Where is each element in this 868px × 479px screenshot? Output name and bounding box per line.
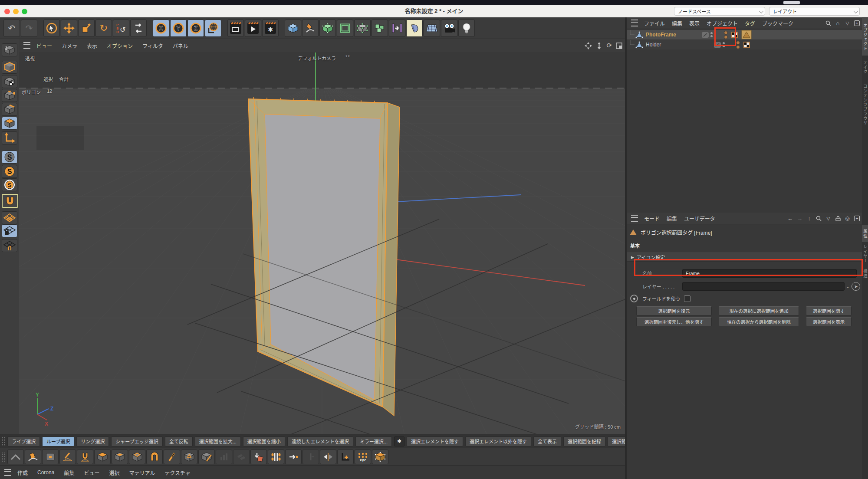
- redo-icon[interactable]: ↷: [21, 20, 37, 37]
- magnifier-icon[interactable]: [815, 215, 822, 222]
- command-選択範囲を縮小[interactable]: 選択範囲を縮小: [243, 436, 285, 446]
- viewport-menu-カメラ[interactable]: カメラ: [62, 42, 77, 49]
- lock-icon[interactable]: [835, 215, 841, 222]
- nodespace-dropdown[interactable]: ノードスペース: [674, 7, 765, 16]
- psr-icon[interactable]: PSR↺: [113, 20, 129, 37]
- volume-icon[interactable]: [372, 20, 388, 37]
- side-cut-icon[interactable]: [198, 449, 215, 464]
- undo-icon[interactable]: ↶: [3, 20, 20, 37]
- object-name[interactable]: PhotoFrame: [646, 32, 676, 38]
- floor-icon[interactable]: [424, 20, 440, 37]
- arrow-square-icon[interactable]: [250, 449, 267, 464]
- cone-poly-icon[interactable]: [181, 449, 197, 464]
- filter-icon[interactable]: ▽: [825, 215, 832, 222]
- selection-button-選択範囲を復元し、他を隠す[interactable]: 選択範囲を復元し、他を隠す: [636, 317, 712, 326]
- dolly-icon[interactable]: [596, 42, 602, 49]
- globe-icon[interactable]: [205, 20, 221, 37]
- viewport-canvas[interactable]: YZX 透視 選択 合計 ポリゴン 12 デフォルトカメラ °° グリッド間隔 …: [19, 52, 625, 434]
- command-選択範囲を拡大...[interactable]: 選択範囲を拡大...: [195, 436, 241, 446]
- layer-picker-icon[interactable]: ➤: [852, 282, 860, 291]
- render-dots-icon[interactable]: [736, 40, 740, 49]
- render-settings-icon[interactable]: ✱: [262, 20, 279, 37]
- swap-icon[interactable]: [130, 20, 147, 37]
- bottom-menu-編集[interactable]: 編集: [64, 469, 74, 476]
- polygon-mode-icon[interactable]: [2, 117, 17, 130]
- drag-handle[interactable]: [2, 436, 5, 446]
- cage-deform-icon[interactable]: [354, 20, 371, 37]
- planes-gray-icon[interactable]: [233, 449, 250, 464]
- workplane-rotate-icon[interactable]: (): [2, 239, 17, 252]
- maximize-icon[interactable]: [616, 43, 622, 49]
- right-tab-レイヤー[interactable]: レイヤー: [862, 244, 868, 264]
- extrude-icon[interactable]: [94, 449, 111, 464]
- command-選択エレメントを隠す[interactable]: 選択エレメントを隠す: [407, 436, 463, 446]
- extrude-inner-icon[interactable]: [112, 449, 128, 464]
- viewport-menu-オプション[interactable]: オプション: [107, 42, 133, 49]
- viewport-menu-パネル[interactable]: パネル: [173, 42, 188, 49]
- split-icon[interactable]: [268, 449, 284, 464]
- pan-icon[interactable]: [585, 42, 592, 49]
- mograph-icon[interactable]: [389, 20, 405, 37]
- bridge-icon[interactable]: [146, 449, 163, 464]
- rotate-icon[interactable]: ↻: [95, 20, 112, 37]
- subdiv-icon[interactable]: [319, 20, 336, 37]
- fields-radio-icon[interactable]: [630, 295, 638, 302]
- attribute-manager-menu-ユーザデータ[interactable]: ユーザデータ: [684, 215, 715, 222]
- extrude-obj-icon[interactable]: [337, 20, 353, 37]
- xyz-points-icon[interactable]: xyz: [355, 449, 371, 464]
- object-manager-menu-icon[interactable]: [631, 20, 638, 26]
- command-ループ選択[interactable]: ループ選択: [42, 436, 74, 446]
- arrow-up-icon[interactable]: ↑: [806, 215, 812, 222]
- object-manager-menu-タグ[interactable]: タグ: [745, 20, 755, 27]
- right-tab-構造[interactable]: 構造: [862, 266, 868, 281]
- bottom-menu-Corona[interactable]: Corona: [37, 469, 54, 476]
- camera-icon[interactable]: [441, 20, 457, 37]
- command-選択範囲を記録[interactable]: 選択範囲を記録: [563, 436, 605, 446]
- viewport-menu-icon[interactable]: [23, 42, 30, 49]
- axis-x-icon[interactable]: X: [153, 20, 169, 37]
- move-icon[interactable]: [61, 20, 77, 37]
- minimize-window-button[interactable]: [13, 9, 19, 14]
- arrow-left-icon[interactable]: ←: [787, 215, 793, 222]
- right-tab-テイク[interactable]: テイク: [862, 57, 868, 77]
- drag-handle[interactable]: [2, 452, 5, 462]
- polygon-selection-tag-icon[interactable]: [741, 30, 752, 39]
- command-選択エレメント以外を隠す[interactable]: 選択エレメント以外を隠す: [465, 436, 531, 446]
- axis-y-icon[interactable]: Y: [170, 20, 187, 37]
- model-mode-icon[interactable]: [2, 61, 17, 74]
- object-manager-menu-ブックマーク[interactable]: ブックマーク: [762, 20, 793, 27]
- make-editable-icon[interactable]: [2, 43, 17, 56]
- use-fields-checkbox[interactable]: [684, 295, 690, 302]
- object-row-Holder[interactable]: Holder: [627, 40, 862, 49]
- cage-icon[interactable]: [372, 449, 388, 464]
- visibility-dots-icon[interactable]: [710, 32, 713, 38]
- plus-box-icon[interactable]: +: [854, 20, 860, 26]
- scene-3d[interactable]: YZX: [19, 52, 625, 434]
- object-name[interactable]: Holder: [646, 42, 661, 48]
- arrow-right-icon[interactable]: →: [796, 215, 803, 222]
- edge-mode-icon[interactable]: [2, 103, 17, 116]
- axis-z-icon[interactable]: Z: [187, 20, 204, 37]
- selection-button-選択範囲を隠す[interactable]: 選択範囲を隠す: [806, 306, 852, 315]
- matrix-extrude-icon[interactable]: [129, 449, 145, 464]
- selection-button-選択範囲を表示[interactable]: 選択範囲を表示: [806, 317, 852, 326]
- home-icon[interactable]: ⌂: [835, 20, 841, 26]
- filter-icon[interactable]: ▽: [844, 20, 851, 26]
- workplane-icon[interactable]: [2, 211, 17, 224]
- right-tab-コンテンツブラウザ[interactable]: コンテンツブラウザ: [862, 79, 868, 130]
- command-全て表示[interactable]: 全て表示: [533, 436, 561, 446]
- light-icon[interactable]: [458, 20, 475, 37]
- bottom-menu-マテリアル[interactable]: マテリアル: [129, 469, 155, 476]
- snap-icon[interactable]: S: [2, 151, 17, 164]
- scale-icon[interactable]: [78, 20, 95, 37]
- object-manager-menu-表示[interactable]: 表示: [689, 20, 700, 27]
- object-row-PhotoFrame[interactable]: PhotoFrame: [627, 30, 862, 39]
- command-連続したエレメントを選択[interactable]: 連続したエレメントを選択: [287, 436, 353, 446]
- snap-2d-icon[interactable]: S: [2, 165, 17, 178]
- editable-state-icon[interactable]: [702, 32, 709, 38]
- close-window-button[interactable]: [4, 9, 10, 14]
- bottom-menu-選択[interactable]: 選択: [109, 469, 119, 476]
- cursor-icon[interactable]: [43, 20, 60, 37]
- arrow-dots-icon[interactable]: [285, 449, 302, 464]
- knife-icon[interactable]: [164, 449, 180, 464]
